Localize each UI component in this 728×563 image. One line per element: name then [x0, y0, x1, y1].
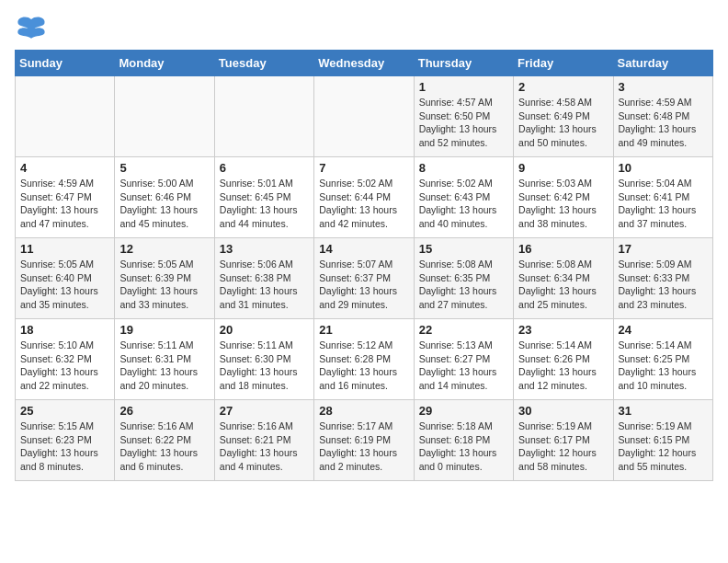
calendar-cell: 19Sunrise: 5:11 AMSunset: 6:31 PMDayligh… — [115, 319, 214, 400]
calendar-cell: 11Sunrise: 5:05 AMSunset: 6:40 PMDayligh… — [16, 238, 115, 319]
calendar-header: SundayMondayTuesdayWednesdayThursdayFrid… — [16, 51, 713, 76]
calendar-week-2: 4Sunrise: 4:59 AMSunset: 6:47 PMDaylight… — [16, 157, 713, 238]
day-number: 16 — [518, 242, 608, 256]
day-info: Sunrise: 5:13 AMSunset: 6:27 PMDaylight:… — [419, 339, 508, 393]
day-number: 10 — [619, 161, 708, 175]
day-info: Sunrise: 5:04 AMSunset: 6:41 PMDaylight:… — [619, 177, 708, 231]
day-number: 29 — [419, 404, 508, 418]
calendar-cell — [16, 76, 115, 157]
day-number: 31 — [619, 404, 708, 418]
calendar-cell: 7Sunrise: 5:02 AMSunset: 6:44 PMDaylight… — [314, 157, 414, 238]
weekday-header-tuesday: Tuesday — [214, 51, 313, 76]
calendar-cell: 30Sunrise: 5:19 AMSunset: 6:17 PMDayligh… — [514, 400, 613, 481]
calendar-cell: 29Sunrise: 5:18 AMSunset: 6:18 PMDayligh… — [414, 400, 513, 481]
calendar-cell: 2Sunrise: 4:58 AMSunset: 6:49 PMDaylight… — [514, 76, 613, 157]
day-number: 15 — [419, 242, 508, 256]
calendar-cell: 3Sunrise: 4:59 AMSunset: 6:48 PMDaylight… — [613, 76, 712, 157]
calendar-cell: 26Sunrise: 5:16 AMSunset: 6:22 PMDayligh… — [115, 400, 214, 481]
day-info: Sunrise: 5:10 AMSunset: 6:32 PMDaylight:… — [20, 339, 109, 393]
day-info: Sunrise: 5:16 AMSunset: 6:21 PMDaylight:… — [220, 419, 309, 474]
day-info: Sunrise: 5:09 AMSunset: 6:33 PMDaylight:… — [619, 258, 708, 312]
day-number: 18 — [20, 323, 109, 337]
day-number: 17 — [619, 242, 708, 256]
day-number: 9 — [518, 161, 608, 175]
calendar-cell: 1Sunrise: 4:57 AMSunset: 6:50 PMDaylight… — [414, 76, 513, 157]
day-number: 22 — [419, 323, 508, 337]
calendar-cell: 24Sunrise: 5:14 AMSunset: 6:25 PMDayligh… — [613, 319, 712, 400]
day-info: Sunrise: 5:15 AMSunset: 6:23 PMDaylight:… — [20, 419, 109, 474]
day-info: Sunrise: 5:07 AMSunset: 6:37 PMDaylight:… — [319, 258, 408, 312]
day-info: Sunrise: 5:11 AMSunset: 6:31 PMDaylight:… — [119, 339, 209, 393]
day-info: Sunrise: 5:17 AMSunset: 6:19 PMDaylight:… — [319, 419, 408, 474]
calendar-cell: 9Sunrise: 5:03 AMSunset: 6:42 PMDaylight… — [514, 157, 613, 238]
day-info: Sunrise: 5:19 AMSunset: 6:15 PMDaylight:… — [619, 419, 708, 474]
calendar-cell: 17Sunrise: 5:09 AMSunset: 6:33 PMDayligh… — [613, 238, 712, 319]
calendar-cell: 15Sunrise: 5:08 AMSunset: 6:35 PMDayligh… — [414, 238, 513, 319]
calendar-week-3: 11Sunrise: 5:05 AMSunset: 6:40 PMDayligh… — [16, 238, 713, 319]
day-number: 25 — [20, 404, 109, 418]
day-number: 13 — [220, 242, 309, 256]
day-number: 27 — [220, 404, 309, 418]
calendar-cell: 4Sunrise: 4:59 AMSunset: 6:47 PMDaylight… — [16, 157, 115, 238]
calendar-cell: 10Sunrise: 5:04 AMSunset: 6:41 PMDayligh… — [613, 157, 712, 238]
day-info: Sunrise: 5:06 AMSunset: 6:38 PMDaylight:… — [220, 258, 309, 312]
calendar-cell: 18Sunrise: 5:10 AMSunset: 6:32 PMDayligh… — [16, 319, 115, 400]
calendar-cell: 16Sunrise: 5:08 AMSunset: 6:34 PMDayligh… — [514, 238, 613, 319]
day-number: 30 — [518, 404, 608, 418]
day-info: Sunrise: 5:14 AMSunset: 6:25 PMDaylight:… — [619, 339, 708, 393]
day-number: 21 — [319, 323, 408, 337]
day-number: 14 — [319, 242, 408, 256]
weekday-row: SundayMondayTuesdayWednesdayThursdayFrid… — [16, 51, 713, 76]
day-info: Sunrise: 5:16 AMSunset: 6:22 PMDaylight:… — [119, 419, 209, 474]
logo — [15, 15, 53, 40]
day-info: Sunrise: 5:03 AMSunset: 6:42 PMDaylight:… — [518, 177, 608, 231]
day-info: Sunrise: 5:02 AMSunset: 6:44 PMDaylight:… — [319, 177, 408, 231]
calendar-cell: 21Sunrise: 5:12 AMSunset: 6:28 PMDayligh… — [314, 319, 414, 400]
day-number: 26 — [119, 404, 209, 418]
day-number: 3 — [619, 80, 708, 94]
day-number: 7 — [319, 161, 408, 175]
day-number: 23 — [518, 323, 608, 337]
weekday-header-monday: Monday — [115, 51, 214, 76]
calendar-cell: 14Sunrise: 5:07 AMSunset: 6:37 PMDayligh… — [314, 238, 414, 319]
calendar-cell: 31Sunrise: 5:19 AMSunset: 6:15 PMDayligh… — [613, 400, 712, 481]
weekday-header-thursday: Thursday — [414, 51, 513, 76]
day-number: 20 — [220, 323, 309, 337]
day-info: Sunrise: 4:58 AMSunset: 6:49 PMDaylight:… — [518, 96, 608, 150]
day-info: Sunrise: 5:05 AMSunset: 6:40 PMDaylight:… — [20, 258, 109, 312]
calendar-cell: 28Sunrise: 5:17 AMSunset: 6:19 PMDayligh… — [314, 400, 414, 481]
calendar-week-1: 1Sunrise: 4:57 AMSunset: 6:50 PMDaylight… — [16, 76, 713, 157]
day-info: Sunrise: 5:12 AMSunset: 6:28 PMDaylight:… — [319, 339, 408, 393]
day-info: Sunrise: 5:01 AMSunset: 6:45 PMDaylight:… — [220, 177, 309, 231]
weekday-header-friday: Friday — [514, 51, 613, 76]
calendar-cell: 5Sunrise: 5:00 AMSunset: 6:46 PMDaylight… — [115, 157, 214, 238]
calendar-cell: 27Sunrise: 5:16 AMSunset: 6:21 PMDayligh… — [214, 400, 313, 481]
weekday-header-saturday: Saturday — [613, 51, 712, 76]
day-info: Sunrise: 5:14 AMSunset: 6:26 PMDaylight:… — [518, 339, 608, 393]
day-info: Sunrise: 4:59 AMSunset: 6:48 PMDaylight:… — [619, 96, 708, 150]
day-number: 2 — [518, 80, 608, 94]
calendar-cell: 12Sunrise: 5:05 AMSunset: 6:39 PMDayligh… — [115, 238, 214, 319]
calendar-cell — [314, 76, 414, 157]
day-info: Sunrise: 5:19 AMSunset: 6:17 PMDaylight:… — [518, 419, 608, 474]
day-number: 6 — [220, 161, 309, 175]
logo-icon — [15, 15, 48, 40]
calendar-table: SundayMondayTuesdayWednesdayThursdayFrid… — [15, 50, 713, 481]
day-info: Sunrise: 5:00 AMSunset: 6:46 PMDaylight:… — [119, 177, 209, 231]
day-number: 19 — [119, 323, 209, 337]
calendar-cell: 22Sunrise: 5:13 AMSunset: 6:27 PMDayligh… — [414, 319, 513, 400]
calendar-cell: 25Sunrise: 5:15 AMSunset: 6:23 PMDayligh… — [16, 400, 115, 481]
day-number: 4 — [20, 161, 109, 175]
weekday-header-wednesday: Wednesday — [314, 51, 414, 76]
calendar-cell: 13Sunrise: 5:06 AMSunset: 6:38 PMDayligh… — [214, 238, 313, 319]
day-number: 24 — [619, 323, 708, 337]
calendar-cell — [214, 76, 313, 157]
page-header — [15, 15, 713, 40]
day-number: 12 — [119, 242, 209, 256]
day-info: Sunrise: 4:59 AMSunset: 6:47 PMDaylight:… — [20, 177, 109, 231]
day-info: Sunrise: 5:02 AMSunset: 6:43 PMDaylight:… — [419, 177, 508, 231]
calendar-cell: 6Sunrise: 5:01 AMSunset: 6:45 PMDaylight… — [214, 157, 313, 238]
day-number: 11 — [20, 242, 109, 256]
day-info: Sunrise: 5:08 AMSunset: 6:34 PMDaylight:… — [518, 258, 608, 312]
day-number: 8 — [419, 161, 508, 175]
